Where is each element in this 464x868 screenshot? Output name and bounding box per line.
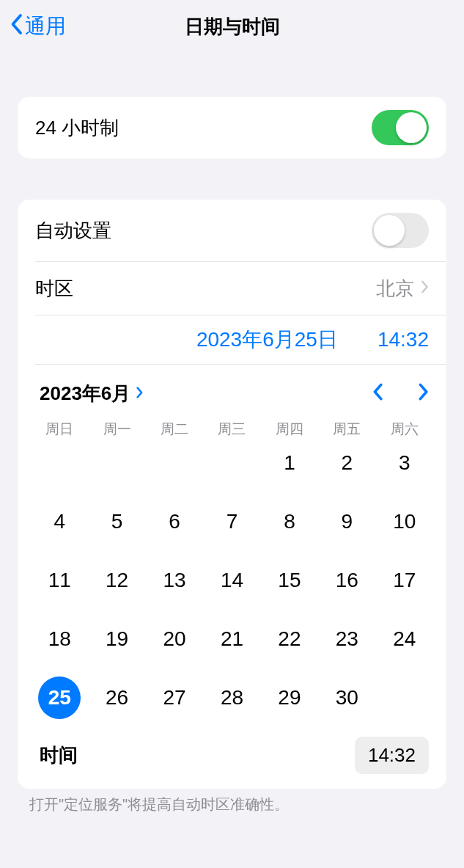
row-auto-set: 自动设置	[18, 200, 446, 261]
timezone-text: 北京	[376, 276, 414, 302]
switch-24hour[interactable]	[372, 110, 429, 145]
label-time: 时间	[40, 743, 78, 768]
month-label-text: 2023年6月	[40, 381, 130, 406]
calendar-empty-cell	[88, 442, 145, 484]
calendar-day[interactable]: 28	[203, 676, 260, 719]
calendar-day[interactable]: 26	[88, 676, 145, 719]
switch-knob	[396, 112, 427, 143]
calendar-day[interactable]: 27	[146, 676, 203, 719]
value-timezone: 北京	[376, 276, 429, 302]
calendar-day[interactable]: 7	[203, 500, 260, 543]
label-auto-set: 自动设置	[35, 218, 111, 244]
calendar-day[interactable]: 19	[88, 618, 145, 660]
calendar-day[interactable]: 15	[261, 559, 318, 602]
weekday-label: 周三	[203, 420, 260, 439]
row-time: 时间 14:32	[18, 726, 446, 789]
time-picker-button[interactable]: 14:32	[355, 737, 429, 774]
calendar-day[interactable]: 13	[146, 559, 203, 602]
calendar-day[interactable]: 4	[31, 500, 88, 543]
calendar-day[interactable]: 6	[146, 500, 203, 543]
calendar-grid: 1234567891011121314151617181920212223242…	[18, 442, 446, 726]
chevron-left-icon	[9, 13, 23, 40]
month-picker-button[interactable]: 2023年6月	[40, 381, 144, 406]
page-title: 日期与时间	[0, 14, 464, 40]
time-display[interactable]: 14:32	[378, 328, 429, 351]
calendar-day[interactable]: 10	[376, 500, 433, 543]
calendar-day[interactable]: 30	[318, 676, 375, 719]
label-24hour: 24 小时制	[35, 115, 119, 141]
calendar-day[interactable]: 8	[261, 500, 318, 543]
calendar-day[interactable]: 22	[261, 618, 318, 660]
calendar-day[interactable]: 5	[88, 500, 145, 543]
calendar-day[interactable]: 18	[31, 618, 88, 660]
switch-knob	[374, 215, 405, 246]
nav-header: 通用 日期与时间	[0, 0, 464, 53]
calendar-day[interactable]: 11	[31, 559, 88, 602]
calendar-day[interactable]: 14	[203, 559, 260, 602]
weekday-header: 周日周一周二周三周四周五周六	[18, 412, 446, 442]
weekday-label: 周六	[376, 420, 433, 439]
calendar-day[interactable]: 25	[31, 676, 88, 719]
calendar-day[interactable]: 3	[376, 442, 433, 484]
calendar-day[interactable]: 21	[203, 618, 260, 660]
calendar-day[interactable]: 29	[261, 676, 318, 719]
weekday-label: 周二	[146, 420, 203, 439]
calendar-day[interactable]: 12	[88, 559, 145, 602]
calendar-day[interactable]: 23	[318, 618, 375, 660]
chevron-right-icon	[420, 279, 429, 298]
row-24hour: 24 小时制	[18, 97, 446, 158]
back-label: 通用	[25, 12, 66, 40]
calendar-day[interactable]: 2	[318, 442, 375, 484]
date-display[interactable]: 2023年6月25日	[196, 326, 338, 354]
calendar-day[interactable]: 9	[318, 500, 375, 543]
weekday-label: 周五	[318, 420, 375, 439]
chevron-right-icon	[135, 385, 144, 402]
label-timezone: 时区	[35, 276, 73, 302]
calendar-day[interactable]: 16	[318, 559, 375, 602]
prev-month-button[interactable]	[372, 382, 383, 406]
back-button[interactable]: 通用	[0, 12, 66, 40]
row-date-time-display: 2023年6月25日 14:32	[18, 316, 446, 364]
section-datetime: 自动设置 时区 北京 2023年6月25日 14:32 2023年6月	[18, 200, 446, 789]
row-timezone[interactable]: 时区 北京	[18, 262, 446, 315]
calendar-day[interactable]: 1	[261, 442, 318, 484]
switch-auto-set[interactable]	[372, 213, 429, 248]
month-nav: 2023年6月	[18, 365, 446, 412]
weekday-label: 周四	[261, 420, 318, 439]
calendar-day[interactable]: 17	[376, 559, 433, 602]
section-display: 24 小时制	[18, 97, 446, 158]
calendar-empty-cell	[31, 442, 88, 484]
weekday-label: 周日	[31, 420, 88, 439]
calendar-empty-cell	[146, 442, 203, 484]
calendar-empty-cell	[203, 442, 260, 484]
calendar-day[interactable]: 20	[146, 618, 203, 660]
calendar-day[interactable]: 24	[376, 618, 433, 660]
weekday-label: 周一	[88, 420, 145, 439]
month-nav-arrows	[372, 382, 429, 406]
footer-hint: 打开"定位服务"将提高自动时区准确性。	[0, 789, 464, 814]
next-month-button[interactable]	[417, 382, 429, 406]
